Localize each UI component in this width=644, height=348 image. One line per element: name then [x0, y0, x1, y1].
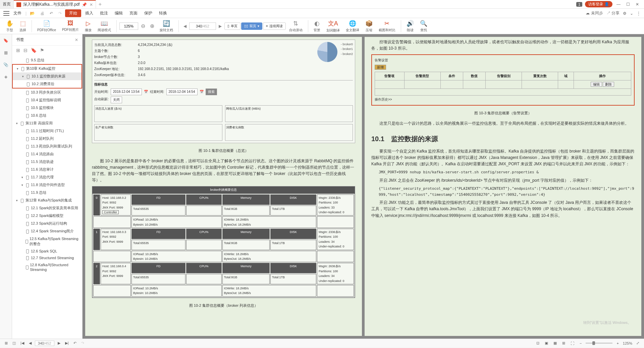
- bookmark-item[interactable]: 12.5 Kafka与Spark Streaming的整合: [12, 235, 82, 248]
- bookmark-item[interactable]: 10.5 监控模块: [12, 104, 82, 112]
- bookmark-item[interactable]: 11.3 死信队列和重试队列: [12, 142, 82, 150]
- bookmark-add-icon[interactable]: 🔖: [31, 48, 37, 53]
- print-icon[interactable]: 🖨: [38, 11, 46, 16]
- share-button[interactable]: ↗ 分享: [606, 10, 620, 16]
- close-button[interactable]: ✕: [634, 2, 641, 7]
- page-input[interactable]: 340/452: [189, 22, 216, 30]
- undo-icon[interactable]: ↶: [48, 11, 55, 16]
- read-mode[interactable]: 📖阅读模式: [95, 19, 114, 33]
- pdf-to-image[interactable]: 🖼PDF转图片: [59, 19, 82, 33]
- bookmark-item[interactable]: 11.4 消息路由: [12, 150, 82, 158]
- crop-compare[interactable]: ✂截图和对比: [376, 19, 398, 33]
- menu-protect[interactable]: 保护: [142, 10, 155, 17]
- read-aloud[interactable]: 🔊朗读: [404, 19, 417, 33]
- tab-document[interactable]: 深入理解Kafka...与实践原理.pdf 📌 ✕: [14, 0, 96, 8]
- status-page[interactable]: 340/452: [35, 341, 54, 346]
- zoom-slider[interactable]: [586, 343, 612, 344]
- play-button[interactable]: ▷播放: [82, 19, 94, 33]
- bookmark-item[interactable]: 9.5 总结: [12, 56, 82, 64]
- bookmark-item[interactable]: 10.6 总结: [12, 112, 82, 119]
- more-icon[interactable]: ⋮: [637, 11, 641, 16]
- bookmark-item[interactable]: 11.2 延时队列: [12, 135, 82, 142]
- sidebar-close-icon[interactable]: ✕: [75, 38, 78, 42]
- add-tab-button[interactable]: +: [96, 0, 104, 8]
- zoom-input[interactable]: [119, 22, 138, 30]
- zoom-value[interactable]: 125%: [623, 341, 632, 345]
- bookmark-item[interactable]: 11.1 过期时间 (TTL): [12, 127, 82, 135]
- bookmark-item[interactable]: 12.2 Spark编程模型: [12, 212, 82, 220]
- bookmark-item[interactable]: 11.5 消息轨迹: [12, 158, 82, 166]
- bookmark-item[interactable]: 10.3 同步失效分区: [12, 89, 82, 96]
- grid-icon[interactable]: ⊞: [3, 341, 9, 345]
- rotate-button[interactable]: 🔄旋转文档: [157, 19, 176, 33]
- menu-edit[interactable]: 编辑: [112, 10, 125, 17]
- bookmark-item[interactable]: 12.8 Kafka与Structured Streaming: [12, 261, 82, 273]
- back-icon[interactable]: ↶: [72, 341, 78, 345]
- open-icon[interactable]: 📂: [28, 11, 37, 16]
- fit-icon[interactable]: ⛶: [569, 341, 576, 345]
- pdf-to-office[interactable]: 📄PDF转Office: [35, 19, 59, 33]
- bookmark-item[interactable]: ▾11.8 消息中间件选型: [12, 181, 82, 189]
- bookmark-item[interactable]: 12.3 Spark的运行结构: [12, 220, 82, 227]
- bookmark-item[interactable]: 12.7 Structured Streaming: [12, 254, 82, 261]
- bookmark-item[interactable]: 11.6 消息审计: [12, 166, 82, 173]
- menu-convert[interactable]: 转换: [156, 10, 170, 17]
- bookmark-item[interactable]: 10.4 监控指标说明: [12, 96, 82, 104]
- login-button[interactable]: 访客登录👤: [585, 1, 612, 7]
- prev-page-icon[interactable]: ◀: [181, 24, 189, 28]
- bookmark-item[interactable]: 12.6 Spark SQL: [12, 248, 82, 254]
- document-viewport[interactable]: ✦ 当前流入消息总数:4,234,234,234,234 (条)主题个数:6br…: [83, 34, 644, 339]
- bookmark-item[interactable]: 12.1 Spark的安装及简单应用: [12, 204, 82, 212]
- bookmark-item[interactable]: 11.9 总结: [12, 189, 82, 196]
- zoom-in-icon[interactable]: ⊕: [148, 23, 156, 29]
- zoom-out-icon[interactable]: ⊖: [139, 23, 147, 29]
- menu-file[interactable]: 文件: [11, 10, 24, 17]
- menu-start[interactable]: 开始: [65, 9, 81, 17]
- bookmark-item[interactable]: 10.2 消费滞后: [13, 80, 82, 88]
- zoom-in-status[interactable]: +: [615, 341, 620, 345]
- menu-annotate[interactable]: 批注: [97, 10, 111, 17]
- last-page-icon[interactable]: ▶|: [64, 341, 70, 345]
- zoom-out-status[interactable]: −: [578, 341, 583, 345]
- notification-badge[interactable]: 1: [576, 2, 582, 7]
- tab-home[interactable]: 首页: [0, 0, 14, 8]
- expand-icon[interactable]: ⊞: [16, 48, 20, 53]
- word-translate[interactable]: 文A划词翻译: [324, 19, 342, 34]
- compress-button[interactable]: 📦压缩: [363, 19, 375, 33]
- redo-icon[interactable]: ↷: [56, 11, 64, 16]
- pin-icon[interactable]: 📌: [82, 2, 87, 7]
- prev-icon[interactable]: ◀: [28, 341, 33, 345]
- find-button[interactable]: 🔍查找: [417, 19, 430, 33]
- menu-icon[interactable]: [3, 11, 9, 16]
- first-page-icon[interactable]: |◀: [19, 341, 25, 345]
- view1-icon[interactable]: ⊡: [535, 341, 541, 345]
- collapse-all-icon[interactable]: ⊟: [23, 48, 28, 53]
- select-tool[interactable]: ⬚选择: [17, 19, 29, 33]
- minimize-button[interactable]: —: [615, 2, 622, 7]
- view2-icon[interactable]: ▣: [543, 341, 549, 345]
- maximize-button[interactable]: ☐: [625, 2, 631, 7]
- continuous-read[interactable]: ≡连续阅读: [263, 22, 286, 30]
- hand-tool[interactable]: ✋手型: [3, 19, 16, 33]
- next-page-icon[interactable]: ▶: [217, 24, 224, 28]
- next-icon[interactable]: ▶: [56, 341, 62, 345]
- layers-icon[interactable]: ◈: [3, 74, 9, 80]
- expand-icon[interactable]: ⤢: [635, 341, 641, 345]
- bookmark-item[interactable]: ▾第11章 高级应用: [12, 119, 82, 127]
- single-page[interactable]: ▯单页: [224, 22, 240, 30]
- flag-icon[interactable]: ⚑: [40, 48, 44, 53]
- bookmark-item[interactable]: ▾10.1 监控数据的来源: [13, 72, 82, 80]
- menu-page[interactable]: 页面: [127, 10, 140, 17]
- panel-icon[interactable]: ◫: [11, 341, 17, 345]
- forward-icon[interactable]: ↷: [80, 341, 86, 345]
- double-page[interactable]: ▯▯双页▾: [241, 22, 262, 30]
- settings-icon[interactable]: ⚙: [623, 11, 627, 16]
- bookmark-item[interactable]: ▾11.7 消息代理: [12, 173, 82, 181]
- close-icon[interactable]: ✕: [90, 2, 93, 7]
- sync-status[interactable]: ☁ 未同步: [586, 10, 603, 16]
- bookmark-icon[interactable]: 🔖: [3, 38, 9, 44]
- thumbnail-icon[interactable]: ▦: [3, 50, 9, 56]
- bookmark-item[interactable]: ▾第10章 Kafka监控: [13, 65, 82, 72]
- full-translate[interactable]: 🌐全文翻译: [343, 19, 362, 33]
- menu-insert[interactable]: 插入: [83, 10, 96, 17]
